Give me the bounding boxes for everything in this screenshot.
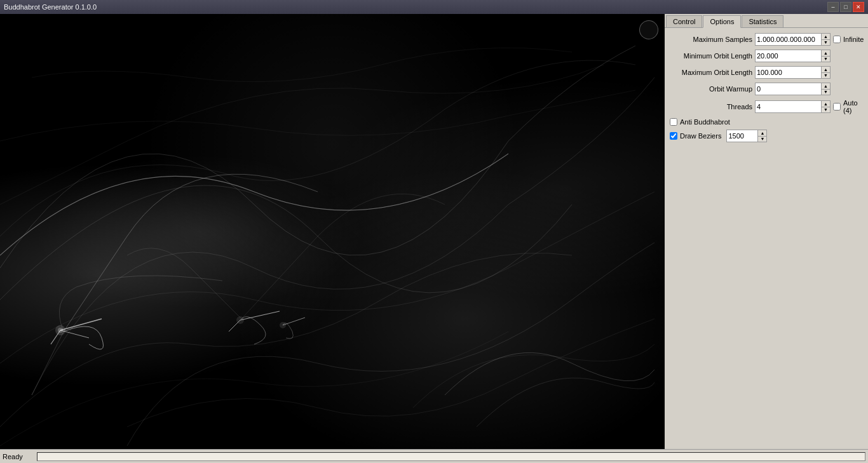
beziers-input-wrap: ▲ ▼ — [726, 130, 767, 142]
threads-label: Threads — [670, 103, 752, 111]
right-panel: Control Options Statistics Maximum Sampl… — [665, 14, 868, 449]
max-orbit-row: Maximum Orbit Length ▲ ▼ — [670, 66, 863, 79]
svg-point-9 — [280, 322, 286, 328]
min-orbit-input[interactable] — [755, 50, 822, 62]
draw-beziers-row: Draw Beziers ▲ ▼ — [670, 130, 863, 142]
infinite-wrap: Infinite — [833, 36, 864, 43]
max-orbit-down[interactable]: ▼ — [822, 73, 830, 79]
tab-options[interactable]: Options — [703, 15, 741, 28]
min-orbit-label: Minimum Orbit Length — [670, 52, 752, 60]
max-samples-label: Maximum Samples — [670, 36, 752, 43]
max-samples-input-wrap: ▲ ▼ — [755, 33, 831, 46]
threads-up[interactable]: ▲ — [822, 101, 830, 107]
max-orbit-label: Maximum Orbit Length — [670, 69, 752, 76]
anti-buddhabrot-wrap: Anti Buddhabrot — [670, 118, 730, 126]
orbit-warmup-down[interactable]: ▼ — [822, 90, 830, 95]
threads-row: Threads ▲ ▼ Auto (4) — [670, 99, 863, 114]
orbit-warmup-spinner: ▲ ▼ — [822, 83, 831, 95]
max-orbit-up[interactable]: ▲ — [822, 67, 830, 73]
threads-input[interactable] — [755, 100, 822, 113]
min-orbit-input-wrap: ▲ ▼ — [755, 50, 831, 62]
maximize-button[interactable]: □ — [840, 2, 851, 12]
window-controls: – □ ✕ — [827, 2, 864, 12]
beziers-up[interactable]: ▲ — [758, 130, 766, 137]
draw-beziers-wrap: Draw Beziers — [670, 132, 721, 140]
threads-input-wrap: ▲ ▼ — [755, 100, 831, 113]
minimize-button[interactable]: – — [827, 2, 839, 12]
min-orbit-up[interactable]: ▲ — [822, 50, 830, 57]
orbit-warmup-input[interactable] — [755, 83, 822, 95]
auto-wrap: Auto (4) — [833, 99, 863, 114]
infinite-label: Infinite — [843, 36, 864, 43]
auto-checkbox[interactable] — [833, 103, 841, 111]
beziers-down[interactable]: ▼ — [758, 137, 766, 142]
beziers-input[interactable] — [726, 130, 758, 142]
tab-bar: Control Options Statistics — [665, 14, 868, 28]
max-samples-down[interactable]: ▼ — [822, 40, 830, 46]
progress-container — [37, 452, 865, 461]
max-samples-input[interactable] — [755, 33, 822, 46]
anti-buddhabrot-row: Anti Buddhabrot — [670, 118, 863, 126]
infinite-checkbox[interactable] — [833, 36, 841, 43]
svg-line-3 — [240, 311, 280, 320]
svg-point-8 — [236, 316, 244, 324]
close-button[interactable]: ✕ — [853, 2, 864, 12]
auto-label: Auto (4) — [843, 99, 863, 114]
draw-beziers-label: Draw Beziers — [680, 132, 721, 140]
status-text: Ready — [3, 453, 34, 460]
max-orbit-input-wrap: ▲ ▼ — [755, 66, 831, 79]
tab-control[interactable]: Control — [666, 15, 702, 27]
svg-point-7 — [58, 328, 63, 333]
fractal-canvas-area — [0, 14, 665, 449]
anti-buddhabrot-checkbox[interactable] — [670, 118, 677, 126]
min-orbit-spinner: ▲ ▼ — [822, 50, 831, 62]
threads-down[interactable]: ▼ — [822, 107, 830, 113]
panel-content: Maximum Samples ▲ ▼ Infinite Minimum Orb… — [665, 28, 868, 449]
max-samples-row: Maximum Samples ▲ ▼ Infinite — [670, 33, 863, 46]
draw-beziers-checkbox[interactable] — [670, 132, 677, 140]
max-samples-up[interactable]: ▲ — [822, 34, 830, 40]
window-title: Buddhabrot Generator 0.1.0.0 — [4, 3, 97, 11]
orbit-warmup-up[interactable]: ▲ — [822, 83, 830, 90]
status-bar: Ready — [0, 449, 868, 463]
max-orbit-input[interactable] — [755, 66, 822, 79]
tab-statistics[interactable]: Statistics — [742, 15, 783, 27]
svg-line-0 — [60, 319, 102, 330]
fractal-svg — [0, 14, 665, 449]
orbit-warmup-input-wrap: ▲ ▼ — [755, 83, 831, 95]
main-content: Control Options Statistics Maximum Sampl… — [0, 14, 868, 449]
max-orbit-spinner: ▲ ▼ — [822, 66, 831, 79]
min-orbit-row: Minimum Orbit Length ▲ ▼ — [670, 50, 863, 62]
svg-line-5 — [283, 318, 305, 325]
title-bar: Buddhabrot Generator 0.1.0.0 – □ ✕ — [0, 0, 868, 14]
anti-buddhabrot-label: Anti Buddhabrot — [680, 118, 730, 126]
canvas-overlay-circle — [639, 20, 658, 39]
min-orbit-down[interactable]: ▼ — [822, 57, 830, 62]
max-samples-spinner: ▲ ▼ — [822, 33, 831, 46]
orbit-warmup-row: Orbit Warmup ▲ ▼ — [670, 83, 863, 95]
beziers-spinner: ▲ ▼ — [758, 130, 767, 142]
threads-spinner: ▲ ▼ — [822, 100, 831, 113]
orbit-warmup-label: Orbit Warmup — [670, 85, 752, 93]
